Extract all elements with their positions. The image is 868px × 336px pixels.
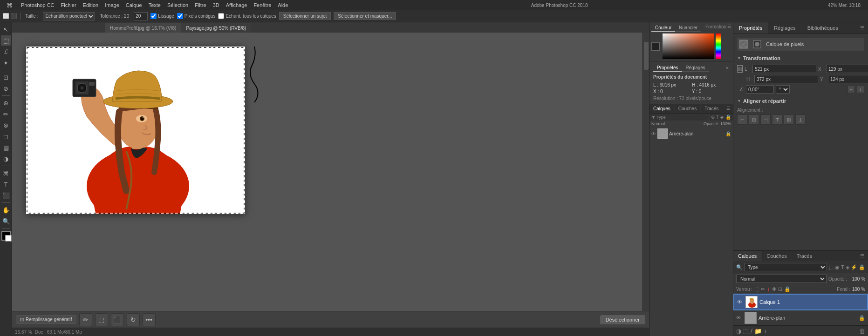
marquee-tool[interactable]: ⬚ [1, 35, 11, 46]
select-button[interactable]: ⬛ [111, 313, 124, 326]
align-center-h-btn[interactable]: ⊟ [749, 114, 759, 125]
move-tool[interactable]: ↖ [1, 24, 11, 34]
mini-tab-proprietes[interactable]: Propriétés [653, 64, 682, 72]
L-input[interactable]: 521 px [752, 65, 816, 73]
X-input[interactable]: 129 px [826, 65, 868, 73]
pixels-contigus-label[interactable]: Pixels contigus [177, 13, 216, 19]
panel-menu-icon[interactable]: ☰ [727, 24, 731, 32]
align-header[interactable]: ▼ Aligner et répartir [737, 98, 864, 104]
align-bottom-btn[interactable]: ⊥ [795, 114, 806, 125]
align-right-btn[interactable]: ⊣ [760, 114, 771, 125]
mini-tab-reglages[interactable]: Réglages [682, 64, 709, 72]
mini-layer-icon4[interactable]: ◈ [720, 114, 724, 120]
add-mask-btn[interactable]: ⬚ [743, 328, 749, 335]
healing-tool[interactable]: ⊕ [1, 98, 11, 108]
add-layer-style-btn[interactable]: 𝑓 [751, 327, 752, 335]
eyedropper-tool[interactable]: ⊘ [1, 83, 11, 94]
layer1-visibility-icon[interactable]: 👁 [737, 299, 744, 305]
angle-input[interactable] [746, 85, 774, 94]
add-layer-btn[interactable]: + [764, 328, 767, 335]
tab-hommeprofil[interactable]: HommeProfil.jpg @ 16.7% (V/8) [105, 23, 181, 33]
menu-fenetre[interactable]: Fenêtre [251, 1, 274, 9]
text-tool[interactable]: T [1, 179, 11, 189]
lock-position-icon[interactable]: ✚ [772, 286, 776, 292]
apple-menu[interactable]: ⌘ [4, 1, 15, 10]
mini-layer-icon1[interactable]: ⬚ [705, 114, 710, 120]
mini-layer-icon3[interactable]: T [716, 114, 719, 120]
menu-image[interactable]: Image [102, 1, 122, 9]
align-top-btn[interactable]: ⊤ [772, 114, 782, 125]
far-tab-reglages[interactable]: Réglages [768, 22, 801, 34]
menu-photoshop[interactable]: Photoshop CC [18, 1, 57, 9]
tolerance-input[interactable] [134, 12, 148, 20]
hand-tool[interactable]: ✋ [1, 205, 11, 215]
more-button[interactable]: ••• [143, 313, 156, 326]
echant-tous-label[interactable]: Echant. tous les calques [218, 13, 276, 19]
lock-image-icon[interactable]: ✏ [761, 286, 765, 292]
menu-edition[interactable]: Edition [80, 1, 102, 9]
menu-3d[interactable]: 3D [210, 1, 222, 9]
mini-layer-item[interactable]: 👁 Arrière-plan 🔒 [649, 127, 733, 140]
layer-type-filter[interactable]: Type [745, 263, 827, 271]
foreground-swatch[interactable] [651, 42, 660, 51]
selectionner-masque-button[interactable]: Sélectionner et masquer... [334, 12, 396, 20]
flip-h-button[interactable]: ↔ [847, 86, 855, 93]
mini-panel-menu[interactable]: ☰ [724, 104, 733, 113]
foreground-color[interactable] [1, 231, 11, 241]
fill-generatif-button[interactable]: ⊡ Remplissage génératif [16, 315, 76, 324]
lissage-checkbox[interactable] [150, 13, 157, 19]
menu-texte[interactable]: Texte [146, 1, 164, 9]
add-group-btn[interactable]: 📁 [754, 328, 762, 335]
clone-tool[interactable]: ⊗ [1, 120, 11, 130]
lasso-tool[interactable]: 𝓛 [1, 47, 11, 57]
align-center-v-btn[interactable]: ⊞ [784, 114, 794, 125]
filter-text-icon[interactable]: T [841, 264, 844, 270]
Y-input[interactable]: 124 px [828, 75, 868, 83]
far-tab-bibliotheques[interactable]: Bibliothèques [802, 22, 844, 34]
filter-shape-icon[interactable]: ◈ [846, 264, 849, 270]
color-hue-slider[interactable] [716, 34, 721, 59]
filter-pixel-icon[interactable]: ⬚ [829, 264, 834, 270]
menu-aide[interactable]: Aide [275, 1, 291, 9]
canvas-scrollbar-v[interactable] [642, 33, 649, 328]
layers-panel-menu[interactable]: ☰ [856, 251, 868, 261]
color-gradient-picker[interactable] [663, 34, 714, 59]
gradient-tool[interactable]: ▤ [1, 142, 11, 153]
layers-tab-calques[interactable]: Calques [733, 251, 762, 261]
delete-layer-btn[interactable]: 🗑 [859, 328, 865, 335]
mini-tab-calques[interactable]: Calques [649, 104, 675, 113]
mini-layer-icon2[interactable]: ⊕ [711, 114, 715, 120]
deselect-button[interactable]: Désélectionner [600, 315, 645, 324]
layers-tab-traces[interactable]: Tracés [792, 251, 817, 261]
transformation-header[interactable]: ▼ Transformation [737, 55, 864, 61]
brush-tool[interactable]: ✏ [1, 109, 11, 119]
mini-tab-couches[interactable]: Couches [675, 104, 701, 113]
zoom-tool[interactable]: 🔍 [1, 216, 11, 226]
H-input[interactable]: 372 px [754, 75, 818, 83]
mini-panel-close[interactable]: ✕ [725, 66, 729, 70]
menu-affichage[interactable]: Affichage [223, 1, 250, 9]
tab-nuancier[interactable]: Nuancier [675, 24, 701, 32]
lock-artboard-icon[interactable]: ⊡ [778, 286, 782, 292]
filter-adjust-icon[interactable]: ◉ [835, 264, 840, 270]
scrollbar-thumb-v[interactable] [644, 42, 649, 70]
filter-button[interactable]: ↻ [127, 313, 140, 326]
layer-item-arriere-plan[interactable]: 👁 Arrière-plan 🔒 [733, 310, 868, 325]
color-picker[interactable] [651, 34, 731, 59]
tab-paysage[interactable]: Paysage.jpg @ 50% (RVB/8) [181, 23, 251, 33]
far-tab-proprietes[interactable]: Propriétés [733, 22, 768, 34]
link-icon[interactable]: ⛓ [737, 65, 743, 73]
menu-calque[interactable]: Calque [123, 1, 145, 9]
canvas-area[interactable]: HommeProfil.jpg @ 16.7% (V/8) Paysage.jp… [12, 22, 649, 336]
blend-mode-select[interactable]: Normal [736, 275, 827, 283]
layer-item-calque1[interactable]: 👁 Calque 1 [733, 294, 868, 310]
shape-tool[interactable]: ⬛ [1, 190, 11, 201]
pen-tool[interactable]: ⌘ [1, 168, 11, 178]
menu-fichier[interactable]: Fichier [58, 1, 79, 9]
crop-tool[interactable]: ⊡ [1, 72, 11, 82]
mini-layer-vis[interactable]: 👁 [651, 131, 656, 136]
refine-button[interactable]: ✏ [79, 313, 92, 326]
background-color[interactable] [5, 235, 12, 242]
angle-unit-select[interactable]: ° [776, 85, 790, 94]
transform-button[interactable]: ⬚ [95, 313, 108, 326]
